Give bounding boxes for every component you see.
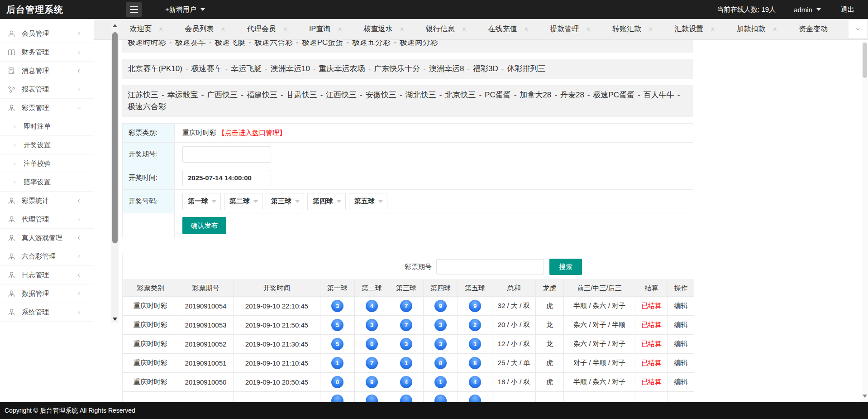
lottery-link[interactable]: 极速赛车	[191, 64, 222, 73]
tab[interactable]: 提款管理 ×	[550, 24, 591, 34]
sidebar-item-agent-mgmt[interactable]: 代理管理	[0, 210, 94, 229]
lottery-link[interactable]: 极速飞艇	[215, 40, 245, 47]
close-icon[interactable]: ×	[400, 26, 404, 33]
sidebar-item-member-mgmt[interactable]: 会员管理	[0, 24, 94, 43]
share-icon	[7, 85, 16, 94]
lottery-link[interactable]: 甘肃快三	[286, 91, 317, 99]
lottery-link[interactable]: 北京快三	[445, 91, 476, 99]
edit-link[interactable]: 编辑	[668, 297, 694, 316]
lottery-link[interactable]: 幸运骰宝	[167, 91, 198, 99]
close-icon[interactable]: ×	[649, 26, 653, 33]
sidebar-item-odds-settings[interactable]: 赔率设置	[0, 173, 94, 192]
lottery-link[interactable]: 福彩3D	[473, 64, 498, 73]
sidebar-item-system-mgmt[interactable]: 系统管理	[0, 303, 94, 322]
ball-select[interactable]: 第五球	[349, 193, 387, 210]
ball-select[interactable]: 第一球	[182, 193, 221, 210]
tab[interactable]: 银行信息 ×	[426, 24, 466, 34]
search-button[interactable]: 搜索	[549, 259, 582, 275]
search-input[interactable]	[436, 259, 544, 275]
sidebar-item-report-mgmt[interactable]: 报表管理	[0, 80, 94, 99]
issue-input[interactable]	[182, 146, 271, 163]
sidebar-item-log-mgmt[interactable]: 日志管理	[0, 266, 94, 284]
lottery-link[interactable]: 江西快三	[326, 91, 357, 99]
sidebar-item-lottery-mgmt[interactable]: 彩票管理	[0, 99, 94, 117]
lottery-link[interactable]: 极速赛车	[175, 40, 206, 47]
tabs-overflow-button[interactable]	[849, 20, 867, 38]
scroll-down-arrow-icon[interactable]	[113, 318, 117, 321]
tab[interactable]: 会员列表 ×	[185, 24, 225, 34]
lottery-link[interactable]: 重庆幸运农场	[319, 64, 365, 73]
lottery-link[interactable]: 湖北快三	[405, 91, 436, 99]
close-icon[interactable]: ×	[524, 26, 528, 33]
lottery-link[interactable]: 极速PC蛋蛋	[593, 91, 635, 99]
lottery-link[interactable]: 福建快三	[247, 91, 277, 99]
edit-link[interactable]: 编辑	[668, 354, 694, 373]
tab[interactable]: 加款扣款 ×	[737, 24, 777, 34]
tab[interactable]: 欢迎页 ×	[130, 24, 163, 34]
tab[interactable]: IP查询 ×	[309, 24, 342, 34]
lottery-link[interactable]: 极速六合彩	[128, 102, 166, 111]
tab[interactable]: 资金变动	[799, 24, 835, 34]
lottery-link[interactable]: 体彩排列三	[507, 64, 545, 73]
sidebar-item-data-mgmt[interactable]: 数据管理	[0, 284, 94, 303]
lottery-link[interactable]: 丹麦28	[560, 91, 584, 99]
lottery-link[interactable]: 江苏快三	[128, 91, 158, 99]
tab[interactable]: 代理会员 ×	[247, 24, 287, 34]
publish-button[interactable]: 确认发布	[182, 217, 226, 234]
scroll-up-arrow-icon[interactable]	[113, 24, 117, 27]
lottery-link[interactable]: 加拿大28	[520, 91, 551, 99]
close-icon[interactable]: ×	[587, 26, 591, 33]
add-user-button[interactable]: +新增用户	[165, 5, 205, 14]
scroll-down-arrow-icon[interactable]	[863, 395, 867, 398]
lottery-link[interactable]: 澳洲幸运10	[271, 64, 310, 73]
draw-time-input[interactable]	[182, 170, 271, 186]
lottery-link[interactable]: 北京赛车(PK10)	[128, 64, 182, 73]
sidebar-item-instant-bets[interactable]: 即时注单	[0, 117, 94, 136]
close-icon[interactable]: ×	[338, 26, 342, 33]
tab[interactable]: 转账汇款 ×	[612, 24, 653, 34]
lottery-link[interactable]: 极速五分彩	[352, 40, 391, 47]
ball-4: 3	[434, 319, 447, 331]
lottery-link[interactable]: 澳洲幸运8	[429, 64, 464, 73]
sidebar-item-mark-six-mgmt[interactable]: 六合彩管理	[0, 247, 94, 266]
sidebar-item-finance-mgmt[interactable]: 财务管理	[0, 43, 94, 62]
edit-link[interactable]: 编辑	[668, 335, 694, 354]
online-count: 当前在线人数: 19人	[717, 5, 776, 14]
tab[interactable]: 汇款设置 ×	[674, 24, 715, 34]
lottery-link[interactable]: 广西快三	[207, 91, 238, 99]
sidebar-item-message-mgmt[interactable]: 消息管理	[0, 62, 94, 80]
lottery-link[interactable]: 安徽快三	[366, 91, 396, 99]
edit-link[interactable]	[668, 392, 694, 403]
close-icon[interactable]: ×	[711, 26, 715, 33]
tab[interactable]: 在线充值 ×	[488, 24, 528, 34]
lottery-link[interactable]: 极速PC蛋蛋	[302, 40, 343, 47]
lottery-link[interactable]: 极速时时彩	[128, 40, 166, 47]
logout-button[interactable]: 退出	[841, 5, 854, 14]
close-icon[interactable]: ×	[221, 26, 225, 33]
sidebar-item-draw-settings[interactable]: 开奖设置	[0, 136, 94, 154]
ball-select[interactable]: 第二球	[224, 193, 262, 210]
tab[interactable]: 核查返水 ×	[364, 24, 404, 34]
scrollbar-thumb[interactable]	[863, 43, 867, 78]
edit-link[interactable]: 编辑	[668, 373, 694, 392]
admin-menu[interactable]: admin	[794, 6, 821, 14]
lottery-link[interactable]: 幸运飞艇	[231, 64, 262, 73]
lottery-link[interactable]: 极速两分彩	[400, 40, 438, 47]
close-icon[interactable]: ×	[159, 26, 163, 33]
pankou-manage-link[interactable]: 【点击进入盘口管理】	[218, 129, 286, 137]
ball-select[interactable]: 第四球	[307, 193, 346, 210]
sidebar-item-lottery-stats[interactable]: 彩票统计	[0, 192, 94, 210]
close-icon[interactable]: ×	[773, 26, 777, 33]
scrollbar-thumb[interactable]	[112, 32, 118, 243]
lottery-link[interactable]: 广东快乐十分	[374, 64, 420, 73]
sidebar-item-live-game-mgmt[interactable]: 真人游戏管理	[0, 229, 94, 247]
lottery-link[interactable]: 极速六合彩	[254, 40, 293, 47]
lottery-link[interactable]: 百人牛牛	[644, 91, 674, 99]
close-icon[interactable]: ×	[283, 26, 287, 33]
sidebar-item-bet-verification[interactable]: 注单校验	[0, 154, 94, 173]
edit-link[interactable]: 编辑	[668, 316, 694, 335]
lottery-link[interactable]: PC蛋蛋	[485, 91, 511, 99]
close-icon[interactable]: ×	[462, 26, 466, 33]
sidebar-toggle-button[interactable]	[126, 2, 142, 17]
ball-select[interactable]: 第三球	[266, 193, 304, 210]
